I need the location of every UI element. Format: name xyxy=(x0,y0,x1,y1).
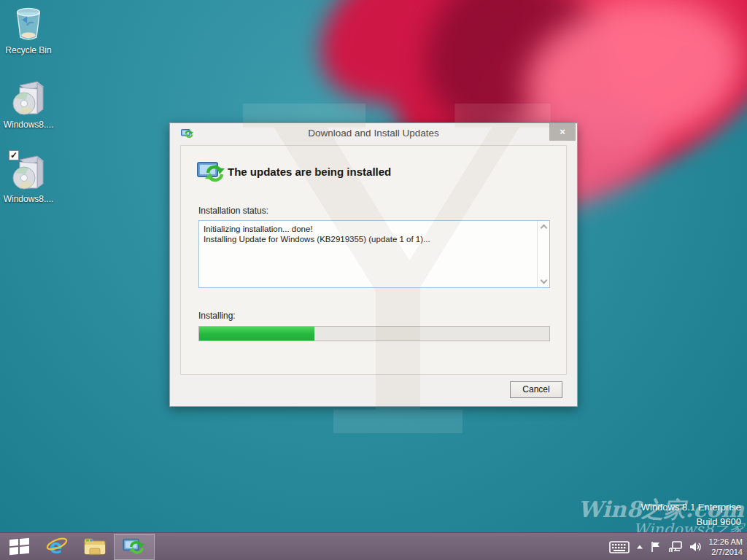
windows-logo-icon xyxy=(9,538,29,555)
dialog-titlebar[interactable]: Download and Install Updates × xyxy=(170,123,577,145)
volume-button[interactable] xyxy=(689,541,703,553)
status-line: Initializing installation... done! xyxy=(204,224,533,234)
taskbar-file-explorer-button[interactable] xyxy=(76,533,114,560)
selected-checkmark-icon: ✓ xyxy=(9,150,19,160)
progress-label: Installing: xyxy=(198,311,236,321)
install-progress-bar xyxy=(198,326,550,341)
file-explorer-icon xyxy=(84,537,106,556)
keyboard-icon xyxy=(609,541,630,553)
internet-explorer-icon: e xyxy=(46,536,68,558)
status-lines: Initializing installation... done! Insta… xyxy=(204,224,533,244)
scrollbar[interactable] xyxy=(537,221,549,287)
start-button[interactable] xyxy=(0,533,38,560)
taskbar: e xyxy=(0,532,747,560)
desktop-icon-label: Windows8.... xyxy=(0,194,57,204)
desktop-icon-installer-2[interactable]: ✓ Windows8.... xyxy=(0,153,57,204)
installation-status-box[interactable]: Initializing installation... done! Insta… xyxy=(198,220,550,288)
desktop-icon-installer-1[interactable]: Windows8.... xyxy=(0,79,57,130)
show-hidden-icons-button[interactable] xyxy=(636,545,643,549)
touch-keyboard-button[interactable] xyxy=(609,541,630,553)
dialog-title: Download and Install Updates xyxy=(170,128,577,139)
scroll-down-icon[interactable] xyxy=(541,277,548,284)
network-button[interactable] xyxy=(668,541,683,553)
scroll-up-icon[interactable] xyxy=(541,225,548,232)
network-icon xyxy=(668,541,683,553)
installer-box-icon xyxy=(0,79,57,117)
os-build-watermark: Windows 8.1 Enterprise Build 9600 xyxy=(641,500,741,529)
installer-box-icon: ✓ xyxy=(0,153,57,191)
system-tray: 12:26 AM 2/7/2014 xyxy=(609,533,747,560)
tray-time: 12:26 AM xyxy=(709,537,743,547)
download-install-updates-dialog: Download and Install Updates × The updat… xyxy=(169,122,578,407)
dialog-content-panel: The updates are being installed Installa… xyxy=(180,145,567,375)
taskbar-updater-button-active[interactable] xyxy=(114,534,155,560)
dialog-header: The updates are being installed xyxy=(228,166,391,178)
status-label: Installation status: xyxy=(198,206,268,216)
windows-update-icon xyxy=(197,160,226,184)
desktop: Y Recycle Bin Windows8 xyxy=(0,0,747,560)
close-button[interactable]: × xyxy=(549,123,576,141)
flag-icon xyxy=(650,541,662,553)
taskbar-internet-explorer-button[interactable]: e xyxy=(38,533,76,560)
cancel-button[interactable]: Cancel xyxy=(510,381,562,398)
recycle-bin-icon xyxy=(0,4,57,42)
chevron-up-icon xyxy=(637,545,643,549)
tray-date: 2/7/2014 xyxy=(709,547,743,557)
desktop-icon-label: Windows8.... xyxy=(0,120,57,130)
action-center-button[interactable] xyxy=(650,541,662,553)
taskbar-clock[interactable]: 12:26 AM 2/7/2014 xyxy=(709,537,743,557)
progress-fill xyxy=(199,327,314,341)
status-line: Installing Update for Windows (KB2919355… xyxy=(204,234,533,244)
speaker-icon xyxy=(689,541,703,553)
desktop-icon-label: Recycle Bin xyxy=(0,45,57,55)
desktop-icon-recycle-bin[interactable]: Recycle Bin xyxy=(0,4,57,55)
windows-update-icon xyxy=(123,537,146,556)
